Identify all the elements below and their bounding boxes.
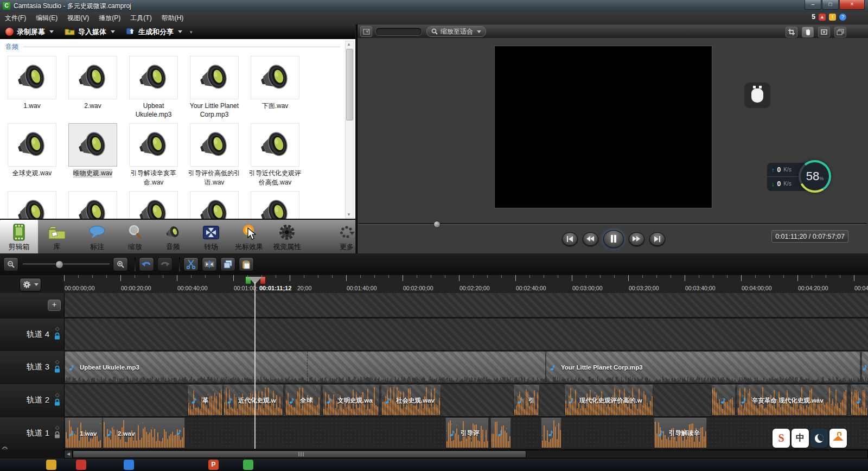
audio-clip[interactable]: 1.wav [65,418,103,448]
bin-item[interactable]: 全球史观.wav [3,123,61,186]
ruler-scale[interactable]: 00:01:11;12 00:00:00;0000:00:20;0000:00:… [64,275,868,293]
minimize-button[interactable]: – [805,0,821,10]
lock-icon[interactable] [54,398,61,409]
audio-clip[interactable]: 引导解读辛 [654,418,707,448]
crop-button[interactable] [786,27,797,37]
hscrollbar-track[interactable] [72,450,868,459]
track-lane[interactable]: Upbeat Ukulele.mp3Your Little Planet Cor… [65,351,868,383]
bin-item[interactable]: 引导近代化史观评价高低.wav [246,123,304,186]
hscrollbar-thumb[interactable] [73,450,526,458]
audio-clip[interactable] [490,418,511,448]
track-options-icon[interactable]: ◇ [55,425,60,430]
zoom-to-fit-dropdown[interactable]: 缩放至适合 [426,26,486,37]
tab-audio-tab[interactable]: 音频 [154,220,192,254]
record-screen-button[interactable]: 录制屏幕 [0,27,59,37]
audio-clip[interactable] [541,418,561,448]
lock-icon[interactable] [54,365,61,375]
audio-clip[interactable]: 近代化史观.w [223,385,284,416]
bin-scrollbar-thumb[interactable] [346,49,353,120]
toolbar-overflow-chevron[interactable]: ▾ [190,29,193,35]
audio-clip[interactable]: 辛亥革命 现代化史观.wav [737,385,848,416]
tip-badge-icon[interactable]: ! [829,14,836,21]
menu-item[interactable]: 编辑(E) [31,12,62,24]
menu-item[interactable]: 帮助(H) [157,12,189,24]
bin-item[interactable]: 引导评价高低的引语.wav [186,123,243,186]
playhead-line[interactable] [254,282,256,449]
audio-clip[interactable]: 引 [513,385,540,416]
split-button[interactable] [202,257,217,271]
bin-item[interactable]: 2.wav [64,56,122,119]
menu-item[interactable]: 播放(P) [94,12,125,24]
track-lane[interactable]: 1.wav2.wav引导评引导解读辛 [65,417,868,449]
bin-item[interactable]: 唯物史观.wav [64,123,122,186]
bin-item[interactable] [3,191,61,219]
bin-item[interactable]: 下面.wav [246,56,304,119]
produce-share-button[interactable]: 生成和分享 [120,27,188,37]
audio-clip[interactable]: 引导评 [445,418,489,448]
bin-item[interactable] [64,191,122,219]
undo-button[interactable] [139,257,154,271]
taskbar-icon-5[interactable] [243,460,253,470]
skip-to-end-button[interactable] [649,232,665,246]
menu-item[interactable]: 文件(F) [0,12,31,24]
close-button[interactable]: × [839,0,865,10]
track-options-icon[interactable]: ◇ [55,326,60,332]
tab-callout[interactable]: 标注 [78,220,116,254]
bin-item[interactable]: 引导解读辛亥革命.wav [125,123,182,186]
night-mode-icon[interactable] [810,429,828,448]
cut-button[interactable] [183,257,199,271]
taskbar-icon-3[interactable] [124,460,134,470]
menu-item[interactable]: 工具(T) [125,12,156,24]
audio-clip[interactable]: Upbeat Ukulele.mp3 [65,352,546,383]
unlock-icon[interactable] [54,431,61,441]
audio-clip[interactable]: 革 [187,385,223,416]
skin-wardrobe-icon[interactable] [829,429,847,448]
fast-forward-button[interactable] [629,232,644,246]
audio-clip[interactable] [711,385,736,416]
zoom-out-button[interactable] [3,257,18,271]
menu-item[interactable]: 视图(V) [62,12,94,24]
timeline-ruler[interactable]: 00:01:11;12 00:00:00;0000:00:20;0000:00:… [0,275,868,294]
audio-clip[interactable]: 现代化史观评价高的.w [564,385,653,416]
taskbar-icon-1[interactable] [46,460,56,470]
track-lane[interactable]: 革近代化史观.w全球文明史观.wa社会史观.wav引现代化史观评价高的.w辛亥革… [65,384,868,416]
bin-item[interactable] [186,191,243,219]
add-track-button[interactable]: + [48,300,61,311]
tab-zoom-tab[interactable]: 缩放 [116,220,154,254]
taskbar-icon-4[interactable]: P [208,460,219,470]
tab-cursor-effects[interactable]: 光标效果 [230,220,268,254]
tab-library[interactable]: 库 [38,220,76,254]
bin-item[interactable]: Your Little Planet Corp.mp3 [186,56,243,119]
scroll-left-icon[interactable]: ◀ [64,450,73,459]
audio-clip[interactable]: Your Little Planet Corp.mp3 [546,352,860,383]
redo-button[interactable] [157,257,173,271]
scroll-down-icon[interactable]: ▼ [347,212,352,217]
chinese-mode-icon[interactable]: 中 [792,429,809,448]
import-media-button[interactable]: 导入媒体 [59,27,120,37]
memory-percent-overlay[interactable]: 58 % [799,160,831,193]
track-lane[interactable] [65,319,868,350]
bin-item[interactable] [125,191,182,219]
bin-scrollbar[interactable]: ▲ ▼ [345,41,354,218]
full-screen-button[interactable] [818,27,830,37]
taskbar-icon-2[interactable] [76,460,86,470]
lock-icon[interactable] [54,332,61,342]
audio-clip[interactable] [850,385,868,416]
zoom-slider-thumb[interactable] [55,260,63,269]
timeline-zoom-slider[interactable] [23,258,110,271]
pause-button[interactable] [603,230,624,248]
tab-transition[interactable]: 转场 [192,220,230,254]
bin-item[interactable]: 1.wav [3,56,61,119]
alert-badge-icon[interactable]: ▲ [819,14,826,21]
audio-clip[interactable] [861,352,868,383]
tab-clip-bin[interactable]: 剪辑箱 [0,220,38,254]
pan-button[interactable] [802,27,814,37]
timeline-settings-button[interactable] [20,278,41,291]
copy-button[interactable] [220,257,235,271]
zoom-in-button[interactable] [113,257,128,271]
timeline-hscrollbar[interactable]: ◀ [0,449,868,458]
help-badge-icon[interactable]: ? [839,14,846,21]
shrink-to-fit-button[interactable] [360,26,372,37]
audio-clip[interactable]: 2.wav [103,418,185,448]
track-options-icon[interactable]: ◇ [55,392,60,398]
